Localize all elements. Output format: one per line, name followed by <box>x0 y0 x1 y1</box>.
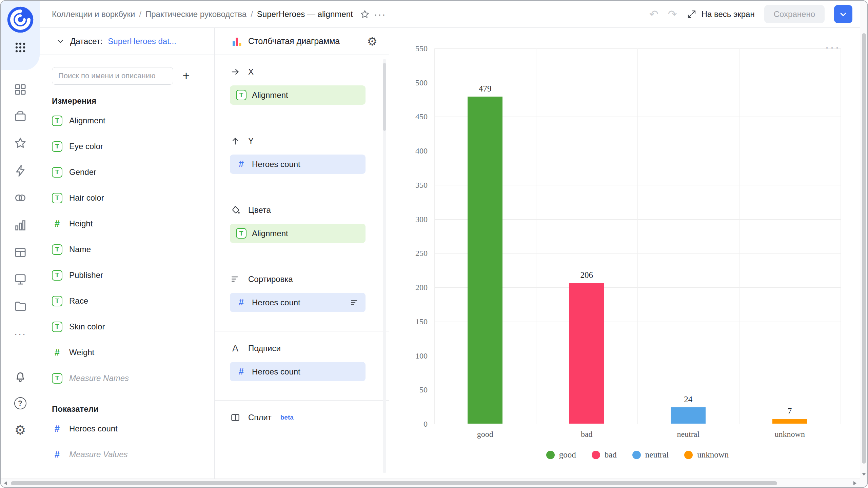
field-label: Race <box>69 296 88 306</box>
field-label: Gender <box>69 167 96 177</box>
bar-neutral[interactable] <box>671 407 706 424</box>
field-item-eye-color[interactable]: TEye color <box>40 134 214 159</box>
save-dropdown-button[interactable] <box>834 5 852 23</box>
y-tick-label: 0 <box>423 420 428 429</box>
favorite-star-icon[interactable] <box>358 7 372 21</box>
text-type-icon: T <box>52 270 62 281</box>
breadcrumb-guides[interactable]: Практические руководства <box>145 9 246 19</box>
dataset-panel-header: Датасет: SuperHeroes dat... <box>40 28 214 55</box>
redo-icon[interactable]: ↷ <box>668 9 677 20</box>
chip-y-label: Heroes count <box>252 160 300 169</box>
y-tick-label: 450 <box>415 112 428 121</box>
topbar-actions: ↶ ↷ На весь экран Сохранено <box>649 5 852 23</box>
bar-good[interactable] <box>468 97 502 424</box>
connections-lightning-icon[interactable] <box>14 164 27 178</box>
field-label: Hair color <box>69 193 104 203</box>
field-label: Measure Values <box>69 450 128 459</box>
bar-chart-type-icon[interactable] <box>231 36 242 47</box>
chip-labels-label: Heroes count <box>252 367 300 377</box>
text-type-icon: T <box>52 167 62 178</box>
field-item-publisher[interactable]: TPublisher <box>40 262 214 288</box>
add-field-button[interactable]: + <box>178 68 194 84</box>
text-type-icon: T <box>52 373 62 384</box>
field-item-name[interactable]: TName <box>40 237 214 262</box>
fullscreen-button[interactable]: На весь экран <box>687 9 755 19</box>
y-tick-label: 300 <box>415 215 428 224</box>
number-type-icon: # <box>236 366 246 377</box>
field-item-heroes-count[interactable]: #Heroes count <box>40 416 214 442</box>
scroll-left-arrow[interactable] <box>4 481 7 485</box>
field-label: Weight <box>69 348 94 357</box>
legend-item-bad[interactable]: bad <box>592 450 617 460</box>
panel-divider <box>40 396 214 396</box>
chip-colors-field[interactable]: T Alignment <box>230 224 366 243</box>
vertical-scrollbar-thumb[interactable] <box>862 33 866 464</box>
field-item-height[interactable]: #Height <box>40 211 214 237</box>
datalens-logo[interactable] <box>7 6 34 33</box>
legend-item-neutral[interactable]: neutral <box>632 450 669 460</box>
y-axis-labels: 050100150200250300350400450500550 <box>390 28 428 479</box>
y-tick-label: 100 <box>415 351 428 360</box>
legend-item-good[interactable]: good <box>546 450 576 460</box>
section-colors: Цвета T Alignment <box>215 193 389 262</box>
chip-sort-field[interactable]: # Heroes count <box>230 293 366 312</box>
dashboards-icon[interactable] <box>14 83 27 96</box>
vertical-scrollbar[interactable] <box>860 1 867 479</box>
help-icon[interactable]: ? <box>14 397 26 409</box>
apps-grid-icon[interactable] <box>14 41 27 54</box>
y-tick-label: 200 <box>415 283 428 292</box>
field-item-race[interactable]: TRace <box>40 288 214 314</box>
datasets-rings-icon[interactable] <box>14 191 27 205</box>
monitoring-icon[interactable] <box>14 272 27 286</box>
field-item-weight[interactable]: #Weight <box>40 340 214 365</box>
breadcrumb-collections[interactable]: Коллекции и воркбуки <box>52 9 135 19</box>
scroll-right-arrow[interactable] <box>853 481 856 485</box>
field-item-measure-names[interactable]: TMeasure Names <box>40 365 214 391</box>
charts-icon[interactable] <box>14 219 27 232</box>
notifications-bell-icon[interactable] <box>14 370 27 383</box>
bar-unknown[interactable] <box>772 419 807 424</box>
workbooks-icon[interactable] <box>14 109 27 123</box>
chart-config-panel: Столбчатая диаграмма ⚙ X T Alignment Y <box>215 28 389 479</box>
tables-icon[interactable] <box>14 246 27 259</box>
undo-icon[interactable]: ↶ <box>649 9 658 20</box>
field-search-input[interactable] <box>52 67 173 85</box>
collapse-chevron-icon[interactable] <box>56 37 65 46</box>
horizontal-scrollbar[interactable] <box>1 479 860 487</box>
field-item-gender[interactable]: TGender <box>40 159 214 185</box>
chart-settings-gear-icon[interactable]: ⚙ <box>367 36 377 47</box>
gridline-vertical <box>536 48 536 424</box>
chart-type-label[interactable]: Столбчатая диаграмма <box>248 36 340 46</box>
bar-value-label: 7 <box>788 406 792 416</box>
saved-button[interactable]: Сохранено <box>764 5 825 23</box>
field-item-skin-color[interactable]: TSkin color <box>40 314 214 340</box>
config-panel-scrollbar[interactable] <box>383 59 386 473</box>
section-labels: A Подписи # Heroes count <box>215 331 389 401</box>
sort-direction-icon[interactable] <box>350 298 359 307</box>
horizontal-scrollbar-thumb[interactable] <box>11 481 777 485</box>
more-options-icon[interactable]: ··· <box>372 7 388 21</box>
measures-title: Показатели <box>52 404 214 414</box>
bar-bad[interactable] <box>569 283 604 424</box>
config-scrollbar-thumb[interactable] <box>383 63 386 131</box>
legend-item-unknown[interactable]: unknown <box>684 450 729 460</box>
section-sort: Сортировка # Heroes count <box>215 262 389 331</box>
favorites-star-icon[interactable] <box>14 136 27 150</box>
field-item-alignment[interactable]: TAlignment <box>40 108 214 134</box>
chip-x-field[interactable]: T Alignment <box>230 85 366 105</box>
field-label: Name <box>69 245 91 254</box>
y-tick-label: 550 <box>415 44 428 53</box>
settings-gear-icon[interactable]: ⚙ <box>14 424 26 436</box>
x-tick-label: good <box>477 430 493 439</box>
scroll-down-arrow[interactable] <box>862 473 866 476</box>
more-services-icon[interactable]: ··· <box>14 328 26 340</box>
breadcrumb-current-page: SuperHeroes — alignment <box>257 9 353 19</box>
dataset-name-link[interactable]: SuperHeroes dat... <box>108 37 176 46</box>
chip-y-field[interactable]: # Heroes count <box>230 155 366 174</box>
field-label: Alignment <box>69 116 105 125</box>
field-item-hair-color[interactable]: THair color <box>40 185 214 211</box>
storage-folder-icon[interactable] <box>14 300 27 313</box>
section-x-label: X <box>248 67 254 77</box>
field-item-measure-values[interactable]: #Measure Values <box>40 442 214 467</box>
chip-labels-field[interactable]: # Heroes count <box>230 362 366 381</box>
